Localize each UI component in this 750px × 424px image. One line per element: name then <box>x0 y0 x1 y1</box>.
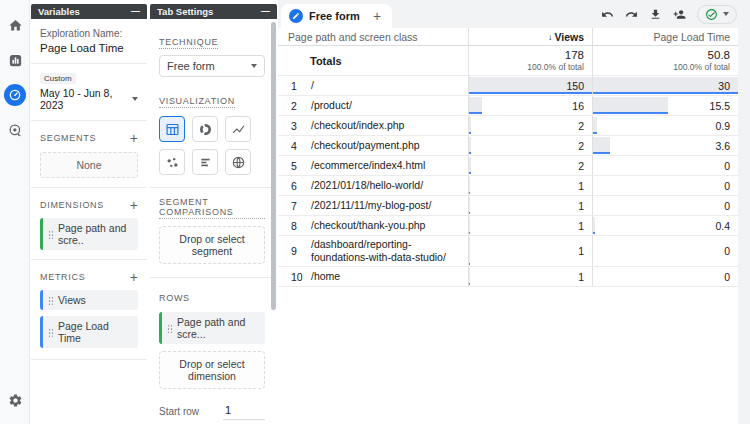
metrics-label: METRICS <box>40 272 85 282</box>
add-tab-button[interactable]: + <box>362 4 392 28</box>
redo-icon <box>625 8 638 21</box>
nav-advertising-button[interactable] <box>0 116 30 144</box>
nav-reports-button[interactable] <box>0 46 30 74</box>
date-range-badge: Custom <box>40 73 76 84</box>
column-header-page-load-time[interactable]: Page Load Time <box>592 28 738 45</box>
technique-value: Free form <box>167 60 215 72</box>
technique-select[interactable]: Free form <box>159 55 265 77</box>
views-cell: 150 <box>468 76 592 95</box>
table-header-row: Page path and screen class ↓ Views Page … <box>278 28 738 46</box>
row-index: 10 <box>291 271 305 283</box>
gear-icon <box>8 393 23 408</box>
viz-line-chart-button[interactable] <box>225 116 251 142</box>
views-bar <box>469 177 470 194</box>
tab-settings-title: Tab Settings <box>157 6 213 17</box>
row-page-path: /2021/11/11/my-blog-post/ <box>311 199 431 212</box>
status-ok-button[interactable] <box>697 5 737 24</box>
totals-views-value: 178 <box>565 49 584 61</box>
add-metric-icon[interactable]: + <box>130 270 138 284</box>
page-load-time-value: 0 <box>724 271 730 283</box>
page-load-time-value: 0.9 <box>715 120 730 132</box>
table-icon <box>165 122 180 137</box>
table-row[interactable]: 2 /product/ 16 15.5 <box>278 96 738 116</box>
views-cell: 2 <box>468 136 592 155</box>
tab-settings-panel-header: Tab Settings — <box>150 4 277 19</box>
segment-comparisons-label: SEGMENT COMPARISONS <box>159 197 265 219</box>
column-header-page-path[interactable]: Page path and screen class <box>278 28 468 45</box>
table-row[interactable]: 4 /checkout/payment.php 2 3.6 <box>278 136 738 156</box>
share-add-user-button[interactable] <box>673 8 686 21</box>
exploration-name-value[interactable]: Page Load Time <box>40 42 138 54</box>
redo-button[interactable] <box>625 8 638 21</box>
row-page-path: / <box>311 79 314 92</box>
row-index: 2 <box>291 100 305 112</box>
views-bar <box>469 157 471 174</box>
views-cell: 1 <box>468 176 592 195</box>
segment-dropzone[interactable]: Drop or select segment <box>159 226 265 264</box>
table-row[interactable]: 6 /2021/01/18/hello-world/ 1 0 <box>278 176 738 196</box>
table-row[interactable]: 10 /home 1 0 <box>278 267 738 287</box>
views-bar <box>469 197 470 214</box>
table-row[interactable]: 7 /2021/11/11/my-blog-post/ 1 0 <box>278 196 738 216</box>
views-cell: 1 <box>468 267 592 286</box>
page-load-time-value: 15.5 <box>710 100 730 112</box>
rows-dimension-dropzone[interactable]: Drop or select dimension <box>159 351 265 389</box>
metric-chip-label: Page Load Time <box>58 320 133 344</box>
row-page-path: /product/ <box>311 99 352 112</box>
nav-settings-button[interactable] <box>0 386 30 414</box>
table-row[interactable]: 3 /checkout/index.php 2 0.9 <box>278 116 738 136</box>
viz-scatter-chart-button[interactable] <box>159 149 185 175</box>
viz-table-button[interactable] <box>159 116 185 142</box>
download-button[interactable] <box>649 8 662 21</box>
pencil-icon <box>289 9 303 23</box>
date-range-selector[interactable]: May 10 - Jun 8, 2023 <box>40 87 138 111</box>
row-page-path: /checkout/index.php <box>311 119 404 132</box>
tab-strip: Free form 1 + <box>278 0 750 28</box>
column-header-views[interactable]: ↓ Views <box>468 28 592 45</box>
table-row[interactable]: 1 / 150 30 <box>278 76 738 96</box>
rows-label: ROWS <box>159 293 190 303</box>
add-dimension-icon[interactable]: + <box>130 198 138 212</box>
viz-geo-map-button[interactable] <box>225 149 251 175</box>
nav-explore-button[interactable] <box>0 81 30 109</box>
globe-icon <box>231 155 246 170</box>
canvas-right-gutter[interactable] <box>738 28 750 424</box>
dimension-chip[interactable]: Page path and scre.. <box>40 218 138 250</box>
segments-empty-dropzone[interactable]: None <box>40 152 138 178</box>
page-load-time-value: 0.4 <box>715 220 730 232</box>
metric-chip-page-load-time[interactable]: Page Load Time <box>40 316 138 348</box>
row-index: 6 <box>291 180 305 192</box>
technique-label: TECHNIQUE <box>159 37 218 49</box>
segments-label: SEGMENTS <box>40 133 96 143</box>
undo-button[interactable] <box>601 8 614 21</box>
tab-settings-scrollbar[interactable] <box>271 22 276 310</box>
views-cell: 2 <box>468 116 592 135</box>
add-segment-icon[interactable]: + <box>130 131 138 145</box>
table-row[interactable]: 8 /checkout/thank-you.php 1 0.4 <box>278 216 738 236</box>
page-load-time-bar <box>593 77 738 94</box>
row-page-path: /checkout/payment.php <box>311 139 420 152</box>
chevron-down-icon <box>251 64 257 68</box>
rows-dimension-chip[interactable]: Page path and scre... <box>159 312 265 344</box>
minimize-icon[interactable]: — <box>131 7 140 16</box>
totals-label: Totals <box>278 46 468 75</box>
drag-handle-icon <box>167 324 172 333</box>
views-value: 1 <box>578 200 584 212</box>
minimize-icon[interactable]: — <box>261 7 270 16</box>
views-bar <box>469 217 470 234</box>
table-rows: 1 / 150 30 2 /product/ 16 15.5 3 /checko… <box>278 76 738 287</box>
totals-views-percent: 100.0% of total <box>527 62 584 72</box>
page-load-time-cell: 0.9 <box>592 116 738 135</box>
table-row[interactable]: 9 /dashboard/reporting-foundations-with-… <box>278 236 738 267</box>
viz-bar-chart-button[interactable] <box>192 149 218 175</box>
start-row-label: Start row <box>159 406 199 417</box>
page-load-time-bar <box>593 117 597 134</box>
row-index: 4 <box>291 140 305 152</box>
variables-title: Variables <box>38 6 80 17</box>
start-row-input[interactable] <box>223 402 265 420</box>
nav-home-button[interactable] <box>0 11 30 39</box>
table-row[interactable]: 5 /ecommerce/index4.html 2 0 <box>278 156 738 176</box>
viz-donut-chart-button[interactable] <box>192 116 218 142</box>
page-load-time-bar <box>593 217 595 234</box>
metric-chip-views[interactable]: Views <box>40 290 138 310</box>
